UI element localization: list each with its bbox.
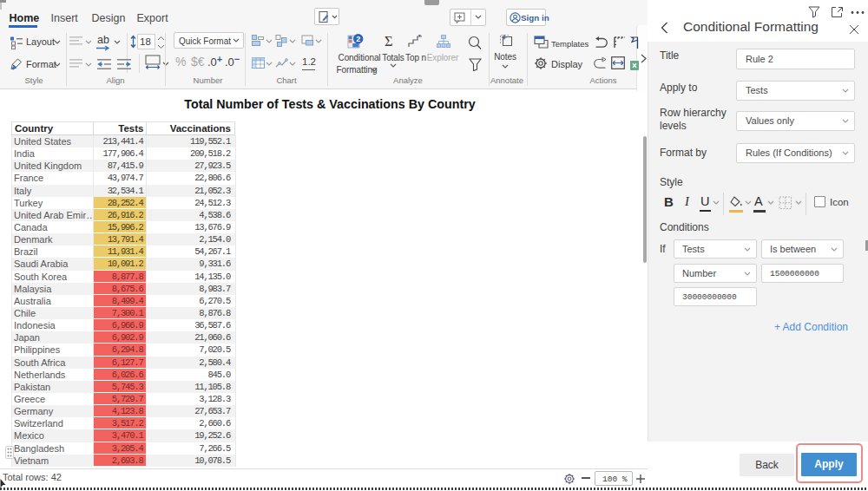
- svg-text:2: 2: [356, 35, 360, 43]
